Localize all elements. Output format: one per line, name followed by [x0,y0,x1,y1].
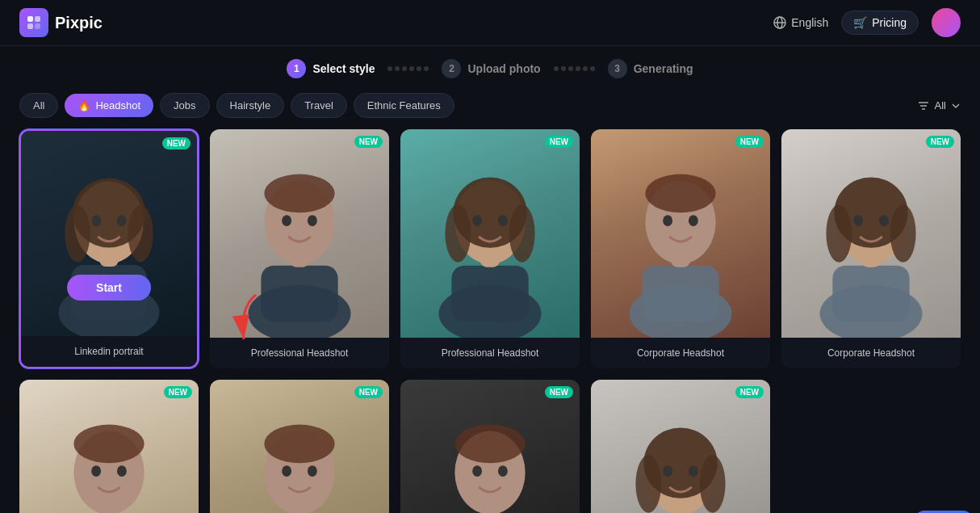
svg-point-23 [264,175,334,213]
lang-label: English [791,16,828,29]
svg-point-71 [498,465,508,477]
style-card-5[interactable]: NEWCorporate Headshot [781,129,961,368]
svg-rect-0 [27,16,33,22]
language-button[interactable]: English [773,16,828,29]
svg-point-17 [92,216,102,227]
svg-rect-3 [35,23,40,29]
new-badge: NEW [164,386,192,398]
fire-icon: 🔥 [77,99,90,111]
step-dots-1 [387,66,429,71]
style-card-1[interactable]: NEWStartLinkedin portrait [19,129,199,368]
svg-rect-1 [35,16,40,22]
start-button[interactable]: Start [67,275,151,301]
filter-bar: All 🔥 Headshot Jobs Hairstyle Travel Eth… [0,88,980,123]
card-label: Professional Headshot [400,338,580,368]
card-label: Corporate Headshot [781,338,961,368]
header-right: English 🛒 Pricing [773,8,961,37]
svg-point-69 [454,425,525,464]
svg-point-78 [700,455,726,512]
filter-ethnic-button[interactable]: Ethnic Features [354,93,454,118]
filter-icon [917,99,930,112]
svg-point-63 [282,465,291,477]
style-card-6[interactable]: NEWBusiness casual [19,380,199,513]
logo-text: Pixpic [55,14,103,32]
svg-point-79 [663,465,672,477]
step-dots-2 [554,66,595,71]
step-1-label: Select style [312,62,375,75]
svg-point-15 [65,205,90,262]
svg-rect-20 [261,266,337,322]
svg-rect-2 [27,23,33,29]
svg-point-48 [890,204,916,262]
svg-point-18 [117,216,127,227]
logo-icon [19,8,48,37]
svg-point-16 [128,205,153,262]
new-badge: NEW [162,137,191,149]
step-1: 1 Select style [287,59,375,78]
svg-point-31 [445,204,471,262]
svg-point-70 [472,465,482,477]
new-badge: NEW [545,136,573,148]
filter-sort[interactable]: All [917,99,961,112]
svg-point-33 [472,215,482,226]
new-badge: NEW [926,136,954,148]
globe-icon [773,16,786,29]
svg-point-32 [509,204,535,262]
steps-bar: 1 Select style 2 Upload photo 3 Generati… [0,46,980,88]
svg-rect-27 [451,266,528,322]
new-badge: NEW [354,136,383,148]
style-card-7[interactable]: NEWBusiness casual [210,380,389,513]
step-2-label: Upload photo [467,62,540,75]
svg-point-64 [308,465,317,477]
svg-point-25 [308,215,317,226]
svg-point-50 [879,215,889,226]
new-badge: NEW [735,136,764,148]
step-2: 2 Upload photo [442,59,540,78]
svg-point-34 [498,215,508,226]
style-card-9[interactable]: NEWMonochrome Portrait [591,380,770,513]
pricing-label: Pricing [872,16,907,29]
community-widget: ✦ D f JOIN OURCOMMUNITY 💬 Help us! 💬 Sup… [915,511,972,513]
new-badge: NEW [735,386,764,398]
filter-all-button[interactable]: All [19,93,58,118]
join-community-button[interactable]: ✦ D f JOIN OURCOMMUNITY [915,511,973,513]
filter-jobs-button[interactable]: Jobs [160,93,209,118]
user-avatar-button[interactable] [932,8,961,37]
svg-point-62 [264,425,334,464]
step-2-num: 2 [442,59,461,78]
pricing-button[interactable]: 🛒 Pricing [841,11,919,35]
header: Pixpic English 🛒 Pricing [0,0,980,46]
step-1-num: 1 [287,59,306,78]
svg-point-80 [689,465,698,477]
svg-point-57 [117,465,127,477]
card-label: Professional Headshot [210,338,389,368]
filter-travel-button[interactable]: Travel [291,93,347,118]
card-label: Linkedin portrait [21,336,197,367]
style-card-4[interactable]: NEWCorporate Headshot [591,129,770,368]
svg-point-24 [282,215,291,226]
sort-all-label: All [935,99,946,111]
style-card-8[interactable]: NEWMonochrome Portrait [400,380,580,513]
step-3-num: 3 [608,59,627,78]
step-3-label: Generating [634,62,693,75]
card-grid: NEWStartLinkedin portrait NEWProfessiona… [0,123,980,513]
filter-headshot-button[interactable]: 🔥 Headshot [65,94,153,117]
svg-point-39 [645,175,715,213]
new-badge: NEW [545,386,573,398]
svg-point-41 [689,215,698,226]
svg-point-47 [826,204,852,262]
svg-point-49 [853,215,863,226]
style-card-3[interactable]: NEWProfessional Headshot [400,129,580,368]
svg-point-55 [73,425,144,464]
style-card-2[interactable]: NEWProfessional Headshot [210,129,389,368]
filter-hairstyle-button[interactable]: Hairstyle [216,93,285,118]
svg-point-40 [663,215,672,226]
svg-rect-43 [832,266,909,322]
logo-area: Pixpic [19,8,103,37]
step-3: 3 Generating [608,59,693,78]
svg-point-56 [91,465,101,477]
new-badge: NEW [354,386,383,398]
cart-icon: 🛒 [853,16,867,29]
chevron-down-icon [951,101,961,111]
svg-rect-36 [642,266,718,322]
